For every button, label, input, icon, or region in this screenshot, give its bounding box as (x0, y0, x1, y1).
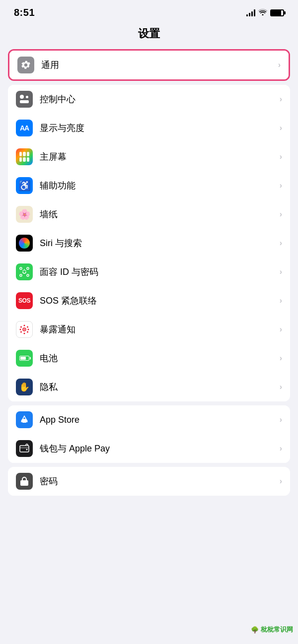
svg-point-7 (27, 326, 28, 328)
signal-icon (246, 9, 255, 16)
battery-icon (270, 9, 284, 16)
watermark-text: 枇枇常识网 (261, 625, 293, 634)
accessibility-label: 辅助功能 (40, 180, 280, 192)
siri-label: Siri 与搜索 (40, 237, 280, 249)
wallpaper-icon: 🌸 (16, 206, 33, 223)
appstore-chevron: › (280, 415, 282, 424)
settings-item-display[interactable]: AA 显示与亮度 › (8, 114, 290, 142)
settings-item-wallet[interactable]: 钱包与 Apple Pay › (8, 434, 290, 463)
settings-item-siri[interactable]: Siri 与搜索 › (8, 229, 290, 258)
wifi-icon (258, 8, 267, 17)
svg-rect-1 (27, 267, 29, 269)
siri-icon (16, 235, 33, 252)
exposure-label: 暴露通知 (40, 323, 280, 335)
privacy-label: 隐私 (40, 381, 280, 393)
general-label: 通用 (41, 59, 278, 71)
settings-item-sos[interactable]: SOS SOS 紧急联络 › (8, 286, 290, 315)
svg-point-11 (20, 331, 22, 333)
status-time: 8:51 (14, 7, 35, 18)
password-label: 密码 (40, 475, 280, 487)
exposure-icon (16, 321, 33, 338)
faceid-icon (16, 263, 33, 280)
svg-rect-17 (20, 447, 29, 449)
settings-item-wallpaper[interactable]: 🌸 墙纸 › (8, 200, 290, 229)
settings-item-homescreen[interactable]: 主屏幕 › (8, 142, 290, 171)
siri-chevron: › (280, 239, 282, 248)
settings-item-privacy[interactable]: ✋ 隐私 › (8, 373, 290, 401)
sos-icon: SOS (16, 292, 33, 309)
svg-point-5 (25, 270, 26, 271)
settings-item-accessibility[interactable]: ♿ 辅助功能 › (8, 171, 290, 200)
settings-item-general[interactable]: 通用 › (9, 51, 289, 79)
battery-chevron: › (280, 354, 282, 363)
sos-label: SOS 紧急联络 (40, 295, 280, 307)
svg-rect-2 (20, 274, 22, 276)
accessibility-chevron: › (280, 181, 282, 190)
settings-item-faceid[interactable]: 面容 ID 与密码 › (8, 258, 290, 286)
svg-point-10 (24, 333, 25, 334)
settings-item-exposure[interactable]: 暴露通知 › (8, 315, 290, 344)
wallet-icon (16, 440, 33, 457)
control-center-chevron: › (280, 95, 282, 104)
svg-point-8 (28, 329, 29, 330)
faceid-chevron: › (280, 267, 282, 276)
display-label: 显示与亮度 (40, 122, 280, 134)
homescreen-icon (16, 148, 33, 165)
appstore-label: App Store (40, 415, 280, 425)
settings-section-password: 密码 › (8, 467, 290, 496)
svg-point-13 (20, 326, 22, 328)
password-icon (16, 473, 33, 490)
settings-section-highlighted: 通用 › (8, 49, 290, 81)
page-title: 设置 (0, 22, 298, 49)
faceid-label: 面容 ID 与密码 (40, 266, 280, 278)
svg-point-15 (24, 329, 25, 330)
general-icon (17, 57, 34, 73)
settings-item-appstore[interactable]: App Store › (8, 405, 290, 434)
display-chevron: › (280, 124, 282, 132)
wallet-chevron: › (280, 444, 282, 453)
status-bar: 8:51 (0, 0, 298, 22)
control-center-icon (16, 91, 33, 108)
svg-rect-16 (20, 446, 29, 452)
sos-chevron: › (280, 296, 282, 305)
status-icons (246, 8, 284, 17)
battery-icon-item (16, 350, 33, 367)
settings-section-apps: App Store › 钱包与 Apple Pay › (8, 405, 290, 463)
settings-item-battery[interactable]: 电池 › (8, 344, 290, 373)
svg-rect-3 (27, 274, 29, 276)
svg-point-9 (27, 331, 28, 333)
settings-item-password[interactable]: 密码 › (8, 467, 290, 496)
svg-point-18 (26, 449, 28, 451)
privacy-chevron: › (280, 383, 282, 391)
homescreen-label: 主屏幕 (40, 151, 280, 163)
svg-point-4 (23, 270, 24, 271)
battery-label: 电池 (40, 352, 280, 364)
svg-point-12 (20, 329, 21, 330)
general-chevron: › (278, 61, 281, 69)
display-icon: AA (16, 120, 33, 136)
appstore-icon (16, 411, 33, 428)
svg-point-6 (24, 325, 25, 326)
wallet-label: 钱包与 Apple Pay (40, 443, 280, 454)
watermark: 🌳 枇枇常识网 (251, 625, 293, 634)
homescreen-chevron: › (280, 152, 282, 161)
settings-section-main: 控制中心 › AA 显示与亮度 › 主屏幕 › ♿ 辅助功能 › (8, 85, 290, 401)
watermark-tree: 🌳 (251, 626, 259, 634)
privacy-icon: ✋ (16, 379, 33, 395)
accessibility-icon: ♿ (16, 177, 33, 194)
svg-rect-0 (20, 267, 22, 269)
exposure-chevron: › (280, 325, 282, 334)
wallpaper-chevron: › (280, 210, 282, 219)
settings-item-control-center[interactable]: 控制中心 › (8, 85, 290, 114)
wallpaper-label: 墙纸 (40, 208, 280, 220)
password-chevron: › (280, 477, 282, 486)
control-center-label: 控制中心 (40, 93, 280, 105)
